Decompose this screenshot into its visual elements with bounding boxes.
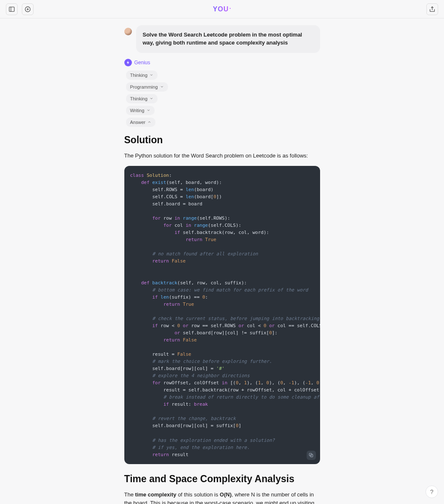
step-chip-thinking[interactable]: Thinking: [126, 94, 158, 103]
sidebar-toggle-icon[interactable]: [6, 3, 18, 15]
code-block: class Solution: def exist(self, board, w…: [124, 166, 320, 464]
step-chips: ThinkingProgrammingThinkingWritingAnswer: [126, 71, 320, 127]
user-avatar: [124, 28, 132, 35]
chevron-down-icon: [160, 84, 164, 89]
step-chip-answer[interactable]: Answer: [126, 118, 156, 127]
solution-intro: The Python solution for the Word Search …: [124, 152, 320, 160]
code-content: class Solution: def exist(self, board, w…: [130, 172, 314, 458]
chip-label: Answer: [130, 120, 146, 125]
chip-label: Thinking: [130, 96, 148, 101]
chevron-down-icon: [150, 73, 153, 78]
help-button[interactable]: ?: [426, 486, 438, 498]
copy-code-button[interactable]: [307, 451, 316, 460]
step-chip-thinking[interactable]: Thinking: [126, 71, 158, 80]
chevron-up-icon: [147, 120, 151, 125]
user-message-row: Solve the Word Search Leetcode problem i…: [124, 25, 320, 53]
share-icon[interactable]: [426, 3, 438, 15]
chip-label: Writing: [130, 108, 144, 113]
chip-label: Programming: [130, 84, 158, 89]
step-chip-writing[interactable]: Writing: [126, 106, 155, 115]
chevron-down-icon: [147, 108, 150, 113]
chevron-down-icon: [150, 96, 153, 101]
step-chip-programming[interactable]: Programming: [126, 82, 168, 92]
new-chat-icon[interactable]: [22, 3, 34, 15]
assistant-mode-label: Genius: [134, 60, 150, 66]
app-logo: YOU•: [213, 5, 231, 13]
chip-label: Thinking: [130, 73, 148, 78]
user-message: Solve the Word Search Leetcode problem i…: [136, 25, 320, 53]
app-header: YOU•: [0, 0, 444, 18]
assistant-label-row: Genius: [124, 59, 320, 66]
svg-rect-0: [9, 7, 14, 11]
bolt-badge-icon: [124, 59, 132, 66]
complexity-heading: Time and Space Complexity Analysis: [124, 473, 320, 485]
solution-heading: Solution: [124, 134, 320, 146]
time-complexity-text: The time complexity of this solution is …: [124, 491, 320, 504]
